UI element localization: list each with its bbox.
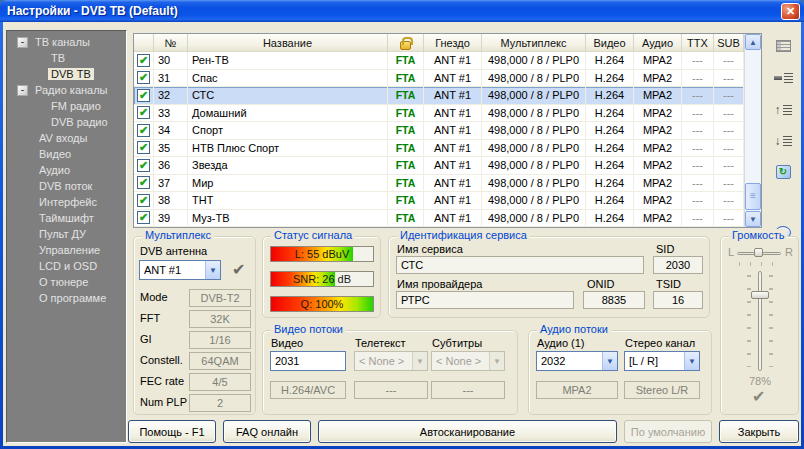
- sidebar-item-1[interactable]: ТВ: [7, 50, 126, 66]
- sidebar-item-13[interactable]: Управление: [7, 242, 126, 258]
- sidebar-item-12[interactable]: Пульт ДУ: [7, 226, 126, 242]
- header-name[interactable]: Название: [188, 34, 388, 52]
- table-row[interactable]: ✔37МирFTAANT #1498,000 / 8 / PLP0H.264MP…: [134, 175, 744, 193]
- faq-button[interactable]: FAQ онлайн: [223, 420, 311, 443]
- checkbox-icon[interactable]: ✔: [137, 176, 150, 189]
- table-row[interactable]: ✔35НТВ Плюс СпортFTAANT #1498,000 / 8 / …: [134, 140, 744, 158]
- header-socket[interactable]: Гнездо: [424, 34, 482, 52]
- cell-sub: ---: [714, 210, 744, 228]
- header-checkbox-col[interactable]: [134, 34, 154, 52]
- antenna-combobox[interactable]: ANT #1 ▼: [139, 260, 221, 280]
- row-checkbox[interactable]: ✔: [134, 210, 154, 228]
- scroll-thumb[interactable]: [745, 183, 761, 210]
- header-access[interactable]: [388, 34, 424, 52]
- antenna-apply-check-icon[interactable]: ✔: [232, 262, 245, 278]
- tree-collapse-icon[interactable]: -: [17, 37, 28, 48]
- table-row[interactable]: ✔39Муз-ТВFTAANT #1498,000 / 8 / PLP0H.26…: [134, 210, 744, 228]
- volume-slider[interactable]: [758, 271, 762, 371]
- scroll-down-icon[interactable]: ▼: [745, 211, 761, 227]
- checkbox-icon[interactable]: ✔: [137, 106, 150, 119]
- volume-thumb[interactable]: [751, 291, 769, 299]
- table-scrollbar[interactable]: ▲ ▼: [744, 34, 761, 227]
- sidebar-item-9[interactable]: DVB поток: [7, 178, 126, 194]
- header-video[interactable]: Видео: [586, 34, 634, 52]
- balance-thumb[interactable]: [754, 248, 763, 257]
- close-button[interactable]: Закрыть: [719, 420, 799, 443]
- teletext-combobox[interactable]: < None > ▼: [354, 351, 428, 371]
- checkbox-icon[interactable]: ✔: [137, 71, 150, 84]
- sidebar-item-10[interactable]: Интерфейс: [7, 194, 126, 210]
- move-up-icon[interactable]: ↑: [771, 98, 795, 122]
- title-bar[interactable]: Настройки - DVB ТВ (Default) ✕: [0, 0, 804, 22]
- table-row[interactable]: ✔38ТНТFTAANT #1498,000 / 8 / PLP0H.264MP…: [134, 192, 744, 210]
- row-checkbox[interactable]: ✔: [134, 122, 154, 140]
- sidebar-item-7[interactable]: Видео: [7, 146, 126, 162]
- settings-dialog: Настройки - DVB ТВ (Default) ✕ -ТВ канал…: [0, 0, 804, 449]
- row-checkbox[interactable]: ✔: [134, 52, 154, 70]
- subtitles-info-field: ---: [431, 381, 505, 399]
- header-num[interactable]: №: [154, 34, 188, 52]
- chevron-down-icon[interactable]: ▼: [684, 352, 699, 370]
- param-label: FFT: [140, 312, 160, 324]
- provider-label: Имя провайдера: [397, 278, 482, 290]
- row-checkbox[interactable]: ✔: [134, 70, 154, 88]
- chevron-down-icon[interactable]: ▼: [602, 352, 617, 370]
- checkbox-icon[interactable]: ✔: [137, 89, 150, 102]
- checkbox-icon[interactable]: ✔: [137, 159, 150, 172]
- video-pid-input[interactable]: 2031: [270, 351, 346, 371]
- select-all-icon[interactable]: [771, 34, 795, 58]
- header-sub[interactable]: SUB: [714, 34, 744, 52]
- signal-group: Статус сигнала L: 55 dBuVSNR: 26 dBQ: 10…: [262, 236, 381, 318]
- volume-apply-check-icon[interactable]: ✔: [752, 389, 765, 405]
- sidebar-item-14[interactable]: LCD и OSD: [7, 258, 126, 274]
- checkbox-icon[interactable]: ✔: [137, 141, 150, 154]
- stereo-combobox[interactable]: [L / R] ▼: [624, 351, 700, 371]
- cell-sub: ---: [714, 105, 744, 123]
- sidebar-item-11[interactable]: Таймшифт: [7, 210, 126, 226]
- header-mux[interactable]: Мультиплекс: [482, 34, 586, 52]
- table-row[interactable]: ✔33ДомашнийFTAANT #1498,000 / 8 / PLP0H.…: [134, 105, 744, 123]
- move-down-icon[interactable]: ↓: [771, 129, 795, 153]
- help-button[interactable]: Помощь - F1: [128, 420, 216, 443]
- sidebar-item-16[interactable]: О программе: [7, 290, 126, 306]
- cell-sub: ---: [714, 70, 744, 88]
- cell-ttx: ---: [682, 52, 714, 70]
- scroll-up-icon[interactable]: ▲: [745, 34, 761, 50]
- table-row[interactable]: ✔32СТСFTAANT #1498,000 / 8 / PLP0H.264MP…: [134, 87, 744, 105]
- table-row[interactable]: ✔34СпортFTAANT #1498,000 / 8 / PLP0H.264…: [134, 122, 744, 140]
- checkbox-icon[interactable]: ✔: [137, 54, 150, 67]
- cell-video: H.264: [586, 52, 634, 70]
- cell-name: Муз-ТВ: [188, 210, 388, 228]
- checkbox-icon[interactable]: ✔: [137, 124, 150, 137]
- apply-device-icon[interactable]: ↻: [771, 160, 795, 184]
- sidebar-item-15[interactable]: О тюнере: [7, 274, 126, 290]
- sidebar-item-8[interactable]: Аудио: [7, 162, 126, 178]
- checkbox-icon[interactable]: ✔: [137, 211, 150, 224]
- remove-channel-icon[interactable]: [771, 66, 795, 90]
- header-ttx[interactable]: TTX: [682, 34, 714, 52]
- tree-collapse-icon[interactable]: -: [17, 85, 28, 96]
- autoscan-button[interactable]: Автосканирование: [318, 420, 617, 443]
- chevron-down-icon[interactable]: ▼: [205, 261, 220, 279]
- subtitles-combobox[interactable]: < None > ▼: [431, 351, 505, 371]
- sidebar-item-4[interactable]: FM радио: [7, 98, 126, 114]
- close-icon[interactable]: ✕: [781, 3, 800, 20]
- audio-pid-combobox[interactable]: 2032 ▼: [536, 351, 618, 371]
- sidebar-item-5[interactable]: DVB радио: [7, 114, 126, 130]
- row-checkbox[interactable]: ✔: [134, 87, 154, 105]
- header-audio[interactable]: Аудио: [634, 34, 682, 52]
- row-checkbox[interactable]: ✔: [134, 192, 154, 210]
- sidebar-item-3[interactable]: -Радио каналы: [7, 82, 126, 98]
- sidebar-item-0[interactable]: -ТВ каналы: [7, 34, 126, 50]
- sidebar-item-6[interactable]: AV входы: [7, 130, 126, 146]
- sidebar-item-2[interactable]: DVB ТВ: [7, 66, 126, 82]
- signal-bar: SNR: 26 dB: [270, 271, 374, 287]
- row-checkbox[interactable]: ✔: [134, 140, 154, 158]
- row-checkbox[interactable]: ✔: [134, 157, 154, 175]
- table-row[interactable]: ✔30Рен-ТВFTAANT #1498,000 / 8 / PLP0H.26…: [134, 52, 744, 70]
- table-row[interactable]: ✔36ЗвездаFTAANT #1498,000 / 8 / PLP0H.26…: [134, 157, 744, 175]
- row-checkbox[interactable]: ✔: [134, 175, 154, 193]
- row-checkbox[interactable]: ✔: [134, 105, 154, 123]
- table-row[interactable]: ✔31СпасFTAANT #1498,000 / 8 / PLP0H.264M…: [134, 70, 744, 88]
- checkbox-icon[interactable]: ✔: [137, 194, 150, 207]
